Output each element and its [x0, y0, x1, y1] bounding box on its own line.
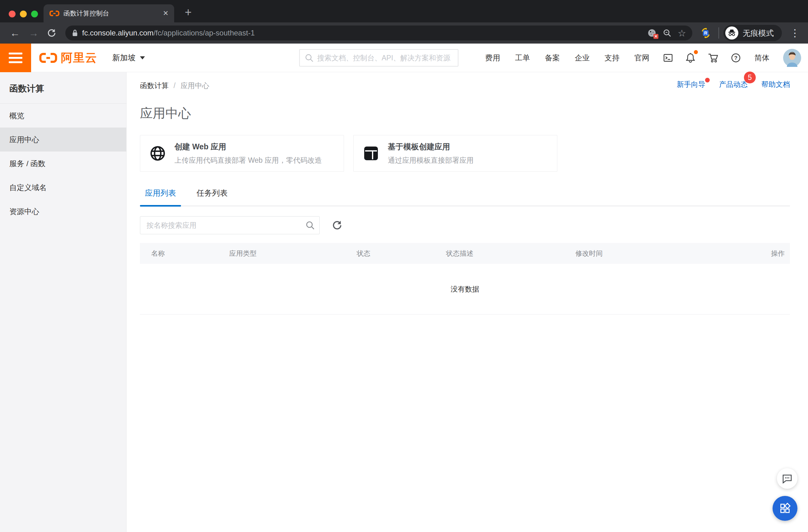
breadcrumb-separator: /	[173, 81, 176, 90]
column-status-desc: 状态描述	[446, 249, 575, 258]
column-status: 状态	[357, 249, 446, 258]
refresh-icon	[332, 220, 343, 231]
incognito-badge: 无痕模式	[723, 25, 782, 41]
sidebar-item-custom-domains[interactable]: 自定义域名	[0, 176, 126, 199]
toolbar-divider	[718, 27, 719, 39]
svg-text:?: ?	[734, 55, 737, 61]
back-icon[interactable]: ←	[5, 27, 24, 39]
tab-task-list[interactable]: 任务列表	[191, 188, 233, 206]
browser-toolbar: ← → fc.console.aliyun.com/fc/application…	[0, 22, 808, 43]
nav-item-billing[interactable]: 费用	[478, 53, 508, 63]
reload-icon[interactable]	[47, 28, 57, 38]
tab-close-icon[interactable]: ✕	[163, 9, 169, 17]
window-zoom-button[interactable]	[31, 11, 38, 17]
column-modified-time: 修改时间	[575, 249, 715, 258]
link-help-docs[interactable]: 帮助文档	[761, 80, 790, 89]
create-from-template-card[interactable]: 基于模板创建应用 通过应用模板直接部署应用	[353, 135, 557, 172]
global-search[interactable]	[299, 49, 458, 67]
aliyun-logo-icon	[39, 52, 58, 64]
grid-diamond-icon	[779, 502, 791, 515]
url-host: fc.console.aliyun.com	[82, 29, 153, 37]
nav-item-website[interactable]: 官网	[627, 53, 657, 63]
table-header: 名称 应用类型 状态 状态描述 修改时间 操作	[140, 243, 790, 264]
create-web-app-card[interactable]: 创建 Web 应用 上传应用代码直接部署 Web 应用，零代码改造	[140, 135, 344, 172]
caret-down-icon	[140, 56, 145, 59]
browser-menu-icon[interactable]: ⋮	[788, 27, 803, 39]
notification-dot	[694, 50, 698, 54]
region-selector[interactable]: 新加坡	[112, 53, 145, 63]
template-icon	[363, 145, 379, 162]
new-dot-badge	[705, 78, 710, 82]
empty-text: 没有数据	[451, 285, 479, 294]
zoom-icon[interactable]	[663, 29, 672, 37]
create-app-cards: 创建 Web 应用 上传应用代码直接部署 Web 应用，零代码改造 基于模板创建…	[140, 135, 790, 172]
app-search-input[interactable]	[140, 216, 320, 234]
sidebar-title: 函数计算	[0, 72, 126, 104]
card-desc: 上传应用代码直接部署 Web 应用，零代码改造	[175, 155, 322, 165]
sidebar-item-app-center[interactable]: 应用中心	[0, 128, 126, 151]
link-beginner-guide[interactable]: 新手向导	[677, 80, 705, 89]
feedback-chat-button[interactable]	[777, 468, 797, 489]
card-desc: 通过应用模板直接部署应用	[388, 155, 474, 165]
notifications-bell-icon[interactable]	[679, 53, 702, 63]
tab-app-list[interactable]: 应用列表	[140, 188, 181, 206]
user-avatar[interactable]	[783, 49, 801, 67]
search-icon[interactable]	[306, 221, 315, 230]
cart-icon[interactable]	[702, 53, 724, 63]
list-tabs: 应用列表 任务列表	[140, 188, 790, 206]
window-minimize-button[interactable]	[20, 11, 27, 17]
sidebar-item-overview[interactable]: 概览	[0, 104, 126, 128]
card-title: 创建 Web 应用	[175, 142, 322, 152]
global-search-input[interactable]	[317, 54, 453, 62]
globe-icon	[150, 145, 166, 162]
sidebar: 函数计算 概览 应用中心 服务 / 函数 自定义域名 资源中心	[0, 72, 127, 532]
products-menu-button[interactable]	[0, 43, 31, 72]
omnibox-icons: ✕ ☆	[647, 28, 689, 39]
card-title: 基于模板创建应用	[388, 142, 474, 152]
table-empty-state: 没有数据	[140, 264, 790, 314]
refresh-button[interactable]	[332, 220, 343, 231]
app-search[interactable]	[140, 216, 320, 234]
help-icon[interactable]: ?	[724, 53, 747, 63]
aliyun-favicon-icon	[49, 10, 60, 17]
new-tab-button[interactable]: +	[185, 3, 191, 22]
region-label: 新加坡	[112, 53, 135, 63]
nav-item-enterprise[interactable]: 企业	[567, 53, 597, 63]
content: 函数计算 / 应用中心 新手向导 产品动态5 帮助文档 应用中心 创建 Web …	[127, 72, 808, 532]
sidebar-item-services-functions[interactable]: 服务 / 函数	[0, 151, 126, 176]
bookmark-star-icon[interactable]: ☆	[678, 28, 686, 39]
nav-item-icp[interactable]: 备案	[537, 53, 567, 63]
main-row: 函数计算 概览 应用中心 服务 / 函数 自定义域名 资源中心 ‹ 函数计算 /…	[0, 72, 808, 532]
nav-item-tickets[interactable]: 工单	[508, 53, 537, 63]
aliyun-logo[interactable]: 阿里云	[39, 50, 97, 66]
search-icon	[305, 54, 313, 62]
address-bar[interactable]: fc.console.aliyun.com/fc/applications/ap…	[65, 25, 692, 40]
sidebar-item-resource-center[interactable]: 资源中心	[0, 199, 126, 223]
window-close-button[interactable]	[9, 11, 16, 17]
console-topbar: 阿里云 新加坡 费用 工单 备案 企业 支持 官网	[0, 43, 808, 72]
forward-icon[interactable]: →	[24, 27, 43, 39]
quick-links: 新手向导 产品动态5 帮助文档	[663, 80, 790, 89]
svg-text:R: R	[704, 31, 707, 35]
link-product-news[interactable]: 产品动态5	[719, 80, 748, 89]
list-toolbar	[140, 216, 790, 234]
column-actions: 操作	[715, 249, 790, 258]
window-controls[interactable]	[9, 11, 38, 17]
incognito-icon	[725, 26, 738, 39]
column-app-type: 应用类型	[229, 249, 357, 258]
breadcrumb-current: 应用中心	[180, 81, 209, 91]
topbar-menu: 费用 工单 备案 企业 支持 官网	[478, 49, 808, 67]
incognito-label: 无痕模式	[743, 28, 774, 38]
url-path: /fc/applications/ap-southeast-1	[153, 29, 255, 37]
browser-tab[interactable]: 函数计算控制台 ✕	[43, 4, 174, 22]
column-name: 名称	[140, 249, 229, 258]
extension-icon[interactable]: R	[700, 28, 711, 38]
language-selector[interactable]: 简体	[747, 53, 777, 63]
nav-item-support[interactable]: 支持	[597, 53, 627, 63]
browser-tabstrip: 函数计算控制台 ✕ +	[0, 0, 808, 22]
url-text: fc.console.aliyun.com/fc/applications/ap…	[82, 29, 647, 37]
widgets-button[interactable]	[773, 496, 797, 521]
cookies-blocked-icon[interactable]: ✕	[647, 28, 657, 38]
cloudshell-icon[interactable]	[657, 53, 679, 63]
breadcrumb-root[interactable]: 函数计算	[140, 81, 169, 91]
